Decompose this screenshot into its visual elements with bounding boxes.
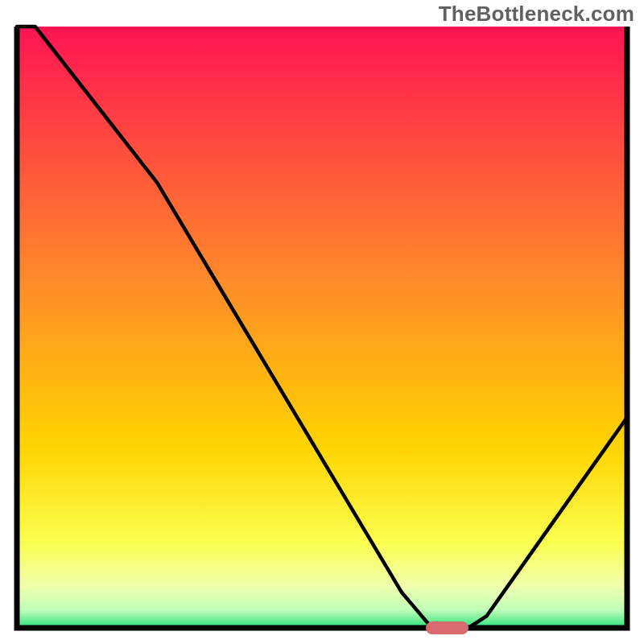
plot-background <box>17 27 627 628</box>
bottleneck-chart <box>0 0 644 644</box>
minimum-marker <box>426 621 469 634</box>
chart-container: TheBottleneck.com <box>0 0 644 644</box>
watermark-text: TheBottleneck.com <box>439 2 634 27</box>
